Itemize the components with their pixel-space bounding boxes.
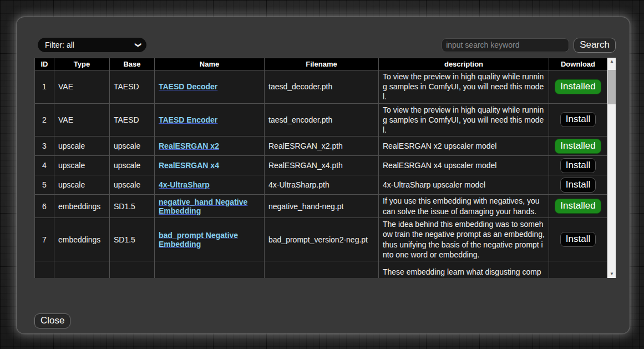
- cell-id: 3: [35, 136, 54, 156]
- dialog-footer: Close: [34, 313, 616, 328]
- cell-name: bad_prompt Negative Embedding: [155, 218, 265, 261]
- cell-filename: negative_hand-neg.pt: [265, 195, 379, 218]
- installed-button[interactable]: Installed: [555, 139, 601, 154]
- cell-base: SD1.5: [110, 195, 155, 218]
- table-row: 4 upscale upscale RealESRGAN x4 RealESRG…: [35, 156, 607, 175]
- cell-id: 2: [35, 103, 54, 136]
- cell-base: SD1.5: [110, 218, 155, 261]
- cell-type: upscale: [54, 156, 110, 175]
- cell-name: TAESD Decoder: [155, 70, 265, 104]
- cell-type: embeddings: [54, 218, 110, 261]
- model-table: ID Type Base Name Filename description D…: [34, 58, 607, 278]
- cell-name: 4x-UltraSharp: [155, 175, 265, 195]
- header-id: ID: [35, 58, 54, 70]
- cell-description: To view the preview in high quality whil…: [379, 70, 549, 104]
- cell-type: embeddings: [54, 195, 110, 218]
- cell-filename: taesd_encoder.pth: [265, 103, 379, 136]
- cell-id: 1: [35, 70, 54, 104]
- cell-name: negative_hand Negative Embedding: [155, 195, 265, 218]
- model-name-link[interactable]: 4x-UltraSharp: [159, 180, 210, 189]
- header-type: Type: [54, 58, 110, 70]
- cell-download: Install: [549, 218, 607, 261]
- cell-description: These embedding learn what disgusting co…: [379, 261, 549, 278]
- cell-download: Install: [549, 175, 607, 195]
- filter-select-wrap: Filter: all ❯: [38, 38, 146, 52]
- cell-filename: taesd_decoder.pth: [265, 70, 379, 104]
- cell-id: 6: [35, 195, 54, 218]
- header-filename: Filename: [265, 58, 379, 70]
- cell-type: [54, 261, 110, 278]
- cell-name: [155, 261, 265, 278]
- header-name: Name: [155, 58, 265, 70]
- model-name-link[interactable]: RealESRGAN x4: [159, 161, 219, 170]
- model-name-link[interactable]: RealESRGAN x2: [159, 141, 219, 150]
- cell-id: 7: [35, 218, 54, 261]
- cell-filename: 4x-UltraSharp.pth: [265, 175, 379, 195]
- cell-type: VAE: [54, 70, 110, 104]
- table-row: 1 VAE TAESD TAESD Decoder taesd_decoder.…: [35, 70, 607, 104]
- install-button[interactable]: Install: [560, 158, 596, 173]
- cell-description: To view the preview in high quality whil…: [379, 103, 549, 136]
- scrollbar-down-arrow-icon[interactable]: ▼: [607, 270, 616, 278]
- model-name-link[interactable]: TAESD Encoder: [159, 115, 217, 124]
- cell-filename: RealESRGAN_x2.pth: [265, 136, 379, 156]
- model-name-link[interactable]: negative_hand Negative Embedding: [159, 198, 247, 215]
- cell-download: [549, 261, 607, 278]
- cell-base: upscale: [110, 175, 155, 195]
- search-input[interactable]: [442, 38, 569, 52]
- cell-base: TAESD: [110, 70, 155, 104]
- model-table-viewport: ID Type Base Name Filename description D…: [34, 58, 616, 278]
- table-row: 2 VAE TAESD TAESD Encoder taesd_encoder.…: [35, 103, 607, 136]
- cell-filename: RealESRGAN_x4.pth: [265, 156, 379, 175]
- cell-download: Installed: [549, 70, 607, 104]
- model-name-link[interactable]: TAESD Decoder: [159, 82, 217, 91]
- installed-button[interactable]: Installed: [555, 79, 601, 94]
- cell-type: upscale: [54, 136, 110, 156]
- search-button[interactable]: Search: [574, 38, 616, 53]
- header-base: Base: [110, 58, 155, 70]
- table-row: These embedding learn what disgusting co…: [35, 261, 607, 278]
- table-row: 5 upscale upscale 4x-UltraSharp 4x-Ultra…: [35, 175, 607, 195]
- model-manager-dialog: Filter: all ❯ Search ID Type Ba: [17, 17, 630, 333]
- model-name-link[interactable]: bad_prompt Negative Embedding: [159, 231, 238, 249]
- table-row: 7 embeddings SD1.5 bad_prompt Negative E…: [35, 218, 607, 261]
- scrollbar-up-arrow-icon[interactable]: ▲: [607, 58, 616, 65]
- toolbar: Filter: all ❯ Search: [34, 37, 616, 53]
- cell-download: Installed: [549, 195, 607, 218]
- cell-download: Install: [549, 156, 607, 175]
- header-download: Download: [549, 58, 607, 70]
- cell-base: [110, 261, 155, 278]
- cell-base: TAESD: [110, 103, 155, 136]
- install-button[interactable]: Install: [560, 112, 596, 127]
- cell-download: Install: [549, 103, 607, 136]
- cell-id: 4: [35, 156, 54, 175]
- cell-id: 5: [35, 175, 54, 195]
- cell-name: RealESRGAN x4: [155, 156, 265, 175]
- cell-base: upscale: [110, 156, 155, 175]
- cell-download: Installed: [549, 136, 607, 156]
- cell-description: The idea behind this embedding was to so…: [379, 218, 549, 261]
- installed-button[interactable]: Installed: [555, 199, 601, 214]
- table-row: 6 embeddings SD1.5 negative_hand Negativ…: [35, 195, 607, 218]
- cell-name: TAESD Encoder: [155, 103, 265, 136]
- cell-name: RealESRGAN x2: [155, 136, 265, 156]
- cell-description: RealESRGAN x4 upscaler model: [379, 156, 549, 175]
- cell-filename: [265, 261, 379, 278]
- cell-description: 4x-UltraSharp upscaler model: [379, 175, 549, 195]
- cell-type: VAE: [54, 103, 110, 136]
- comfyui-canvas-background: Filter: all ❯ Search ID Type Ba: [0, 0, 644, 349]
- filter-select[interactable]: Filter: all: [38, 38, 146, 52]
- install-button[interactable]: Install: [560, 178, 596, 193]
- cell-description: If you use this embedding with negatives…: [379, 195, 549, 218]
- install-button[interactable]: Install: [560, 232, 596, 247]
- table-header-row: ID Type Base Name Filename description D…: [35, 58, 607, 70]
- cell-base: upscale: [110, 136, 155, 156]
- scrollbar-thumb[interactable]: [608, 70, 616, 104]
- table-scrollbar[interactable]: ▲ ▼: [607, 58, 616, 278]
- header-description: description: [379, 58, 549, 70]
- close-button[interactable]: Close: [34, 313, 70, 328]
- cell-filename: bad_prompt_version2-neg.pt: [265, 218, 379, 261]
- cell-type: upscale: [54, 175, 110, 195]
- table-row: 3 upscale upscale RealESRGAN x2 RealESRG…: [35, 136, 607, 156]
- cell-description: RealESRGAN x2 upscaler model: [379, 136, 549, 156]
